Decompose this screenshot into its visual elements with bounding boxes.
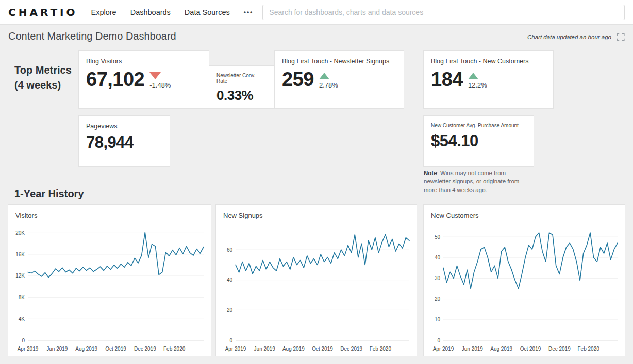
metric-delta: 12.2% xyxy=(468,73,487,89)
delta-text: 12.2% xyxy=(468,81,487,89)
metric-title: Pageviews xyxy=(86,123,162,130)
nav-more-icon[interactable]: ••• xyxy=(244,9,254,16)
new-signups-line-chart[interactable]: 0204060Apr 2019Jun 2019Aug 2019Oct 2019D… xyxy=(216,222,417,356)
metric-card-newsletter-conv-rate: Newsletter Conv. Rate 0.33% xyxy=(209,66,274,108)
svg-text:8K: 8K xyxy=(19,294,25,300)
svg-text:Jun 2019: Jun 2019 xyxy=(46,346,68,352)
search-input[interactable] xyxy=(262,5,625,20)
svg-text:20: 20 xyxy=(435,296,441,302)
top-metrics-heading-line2: (4 weeks) xyxy=(14,78,87,93)
svg-text:Apr 2019: Apr 2019 xyxy=(433,346,454,352)
svg-text:10: 10 xyxy=(435,317,441,322)
svg-text:30: 30 xyxy=(435,275,441,281)
visitors-line-chart[interactable]: 04K8K12K16K20KApr 2019Jun 2019Aug 2019Oc… xyxy=(8,222,211,356)
svg-text:Oct 2019: Oct 2019 xyxy=(312,346,333,352)
svg-text:40: 40 xyxy=(435,255,441,261)
metric-title: Blog First Touch - New Customers xyxy=(431,58,546,65)
svg-text:Aug 2019: Aug 2019 xyxy=(282,346,305,352)
delta-text: 2.78% xyxy=(319,81,338,89)
svg-text:Jun 2019: Jun 2019 xyxy=(254,346,276,352)
history-heading: 1-Year History xyxy=(14,186,84,201)
svg-text:Aug 2019: Aug 2019 xyxy=(490,346,512,352)
svg-text:20: 20 xyxy=(227,307,233,313)
metric-card-newsletter-signups: Blog First Touch - Newsletter Signups 25… xyxy=(275,51,404,108)
updated-status: Chart data updated an hour ago xyxy=(527,33,625,41)
navbar: CHARTIO Explore Dashboards Data Sources … xyxy=(0,0,633,25)
svg-text:Dec 2019: Dec 2019 xyxy=(548,346,571,352)
svg-text:0: 0 xyxy=(229,338,232,343)
svg-text:40: 40 xyxy=(227,277,233,283)
metric-value: 184 xyxy=(431,70,463,89)
nav-item-explore[interactable]: Explore xyxy=(91,8,116,16)
svg-text:20K: 20K xyxy=(15,230,25,236)
metric-title: Blog First Touch - Newsletter Signups xyxy=(282,58,396,65)
metrics-note: Note: Wins may not come from newsletter … xyxy=(424,169,529,194)
trend-down-icon xyxy=(149,72,161,79)
svg-text:Apr 2019: Apr 2019 xyxy=(18,346,39,352)
metric-card-new-customers: Blog First Touch - New Customers 184 12.… xyxy=(424,51,553,108)
svg-text:Dec 2019: Dec 2019 xyxy=(340,346,362,352)
svg-text:Feb 2020: Feb 2020 xyxy=(163,346,186,352)
chart-card-visitors: Visitors 04K8K12K16K20KApr 2019Jun 2019A… xyxy=(8,205,211,356)
search-box xyxy=(262,5,625,20)
chartio-logo[interactable]: CHARTIO xyxy=(8,6,77,19)
svg-text:12K: 12K xyxy=(15,273,25,279)
metric-delta: 2.78% xyxy=(319,73,338,89)
svg-text:16K: 16K xyxy=(15,252,25,257)
metric-card-pageviews: Pageviews 78,944 xyxy=(79,116,170,166)
chart-card-new-signups: New Signups 0204060Apr 2019Jun 2019Aug 2… xyxy=(216,205,417,356)
metric-value: 0.33% xyxy=(216,89,266,102)
metric-value: 259 xyxy=(282,70,314,89)
nav-item-data-sources[interactable]: Data Sources xyxy=(185,8,230,16)
svg-text:0: 0 xyxy=(437,338,440,343)
svg-text:Dec 2019: Dec 2019 xyxy=(134,346,156,352)
metric-card-avg-purchase-amount: New Customer Avg. Purchase Amount $54.10 xyxy=(424,116,534,166)
svg-text:0: 0 xyxy=(22,338,25,343)
metric-card-blog-visitors: Blog Visitors 67,102 -1.48% xyxy=(79,51,209,108)
note-text: : Wins may not come from newsletter sign… xyxy=(424,170,519,193)
svg-text:Apr 2019: Apr 2019 xyxy=(225,346,246,352)
updated-text: Chart data updated an hour ago xyxy=(527,34,611,40)
svg-text:Jun 2019: Jun 2019 xyxy=(462,346,484,352)
metric-delta: -1.48% xyxy=(149,72,171,89)
svg-text:60: 60 xyxy=(227,247,233,253)
svg-text:4K: 4K xyxy=(19,316,25,322)
chart-title: Visitors xyxy=(8,205,211,219)
trend-up-icon xyxy=(319,73,329,79)
svg-text:Feb 2020: Feb 2020 xyxy=(370,346,392,352)
svg-text:50: 50 xyxy=(435,234,441,240)
svg-text:Oct 2019: Oct 2019 xyxy=(105,346,126,352)
nav-item-dashboards[interactable]: Dashboards xyxy=(130,8,171,16)
new-customers-line-chart[interactable]: 01020304050Apr 2019Jun 2019Aug 2019Oct 2… xyxy=(424,222,625,356)
note-label: Note xyxy=(424,170,437,176)
svg-text:Feb 2020: Feb 2020 xyxy=(578,346,600,352)
chart-title: New Signups xyxy=(216,205,417,219)
metric-title: Newsletter Conv. Rate xyxy=(216,73,266,84)
metric-value: 78,944 xyxy=(86,134,134,150)
page-title: Content Marketing Demo Dashboard xyxy=(8,30,176,42)
metric-title: New Customer Avg. Purchase Amount xyxy=(431,123,526,128)
metric-value: $54.10 xyxy=(431,133,478,149)
fullscreen-icon[interactable] xyxy=(617,33,625,41)
metric-title: Blog Visitors xyxy=(86,58,202,65)
top-metrics-heading-line1: Top Metrics xyxy=(14,63,87,78)
chart-card-new-customers: New Customers 01020304050Apr 2019Jun 201… xyxy=(424,205,625,356)
top-metrics-heading: Top Metrics (4 weeks) xyxy=(14,63,87,93)
metric-value: 67,102 xyxy=(86,70,144,89)
svg-text:Aug 2019: Aug 2019 xyxy=(75,346,97,352)
svg-text:Oct 2019: Oct 2019 xyxy=(520,346,541,352)
trend-up-icon xyxy=(468,73,478,79)
chart-title: New Customers xyxy=(424,205,625,219)
chartio-app: CHARTIO Explore Dashboards Data Sources … xyxy=(0,0,633,364)
delta-text: -1.48% xyxy=(149,81,171,89)
